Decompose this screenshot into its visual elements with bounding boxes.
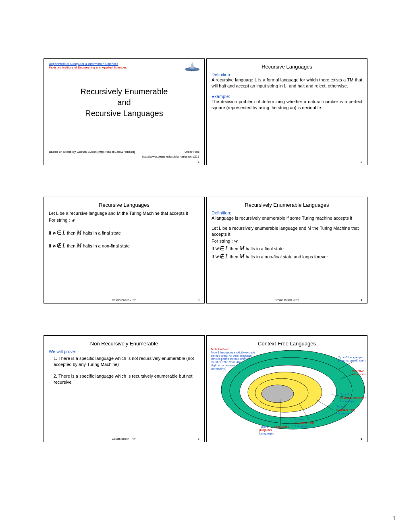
label-type1: Type-1 (Context-sensitive) Languages xyxy=(340,393,365,403)
slide-number: 1 xyxy=(198,160,199,163)
slide-number: 6 xyxy=(361,437,362,440)
slide-1: Department of Computer & Information Sci… xyxy=(44,58,205,165)
title-line-3: Recursive Languages xyxy=(49,108,199,119)
svg-text:PIEAS: PIEAS xyxy=(190,70,195,72)
example-text: The decision problem of determining whet… xyxy=(212,99,362,111)
slide-number: 5 xyxy=(198,437,199,440)
slide-number: 2 xyxy=(361,160,362,163)
title-line-1: Recursively Enumerable xyxy=(49,86,199,97)
case-not-in-L: If w∉ L then M halts in a non-final stat… xyxy=(49,242,199,250)
case-not-in-L: If w∉ L then M halts in a non-final stat… xyxy=(212,253,362,261)
definition-text: A recursive language L is a formal langu… xyxy=(212,77,362,89)
slide-2: Recursive Languages Definition: A recurs… xyxy=(206,58,367,165)
page: Department of Computer & Information Sci… xyxy=(0,0,411,532)
slide-credit: Costas Busch - RPI xyxy=(112,437,136,440)
course-url: http://www.pieas.edu.pk/umarfaiz/cis317 xyxy=(142,155,199,158)
prove-item-2: 2. There is a specific language which is… xyxy=(49,373,199,385)
case-in-L: If w∈ L then M halts in a final state xyxy=(212,245,362,253)
slide-number: 4 xyxy=(361,299,362,301)
slide-title: Non Recursively Enumerable xyxy=(49,341,199,347)
definition-label: Definition: xyxy=(212,72,362,77)
page-number: 1 xyxy=(392,515,396,522)
definition-text: A language is recursively enumerable if … xyxy=(212,215,362,221)
slide-4: Recursively Enumerable Languages Definit… xyxy=(206,197,367,303)
label-type3: Type-3 Languages (Regular) Languages xyxy=(259,425,289,435)
slide-credit: Costas Busch - RPI xyxy=(274,299,299,301)
for-string: For string : w xyxy=(212,237,362,245)
definition-label: Definition: xyxy=(212,210,362,215)
slide-title: Recursive Languages xyxy=(49,202,199,208)
label-type2: Type-2 (Context-free) Languages xyxy=(336,405,355,415)
slide-title: Recursively Enumerable Languages xyxy=(212,202,362,208)
example-label: Example: xyxy=(212,94,362,99)
slide-5: Non Recursively Enumerable We will prove… xyxy=(44,335,205,442)
svg-point-7 xyxy=(262,385,294,403)
dept-line: Department of Computer & Information Sci… xyxy=(49,62,199,66)
title-line-2: and xyxy=(49,97,199,108)
slide-credit: Costas Busch - RPI xyxy=(112,299,136,301)
slide-title: Recursive Languages xyxy=(212,64,362,70)
intro-text: Let L be a recursively enumerable langua… xyxy=(212,225,362,237)
label-recursive: RecursiveLanguages xyxy=(351,370,365,376)
case-in-L: If w∈ L then M halts in a final state xyxy=(49,229,199,237)
slide-6: Context-Free Languages Technical Note: T… xyxy=(206,335,367,442)
label-linear: Linear (Context-free) Languages xyxy=(295,418,314,428)
based-on: Based on slides by Costas Busch [http://… xyxy=(49,150,135,154)
author: Umar Faiz xyxy=(185,150,199,154)
intro-text: Let L be a recursive language and M the … xyxy=(49,210,199,216)
slide-3: Recursive Languages Let L be a recursive… xyxy=(44,197,205,303)
prove-item-1: 1. There is a specific language which is… xyxy=(49,355,199,368)
prove-label: We will prove: xyxy=(49,349,199,354)
pieas-logo-icon: PIEAS xyxy=(184,61,200,72)
main-title: Recursively Enumerable and Recursive Lan… xyxy=(49,86,199,119)
attribution-bar: Based on slides by Costas Busch [http://… xyxy=(49,149,199,154)
label-type0: Type-0 Languages(Recursively Enum.) xyxy=(338,356,365,363)
inst-line: Pakistan Institute of Engineering and Ap… xyxy=(49,66,199,69)
for-string: For string : w xyxy=(49,216,199,224)
slide-number: 3 xyxy=(198,299,199,301)
